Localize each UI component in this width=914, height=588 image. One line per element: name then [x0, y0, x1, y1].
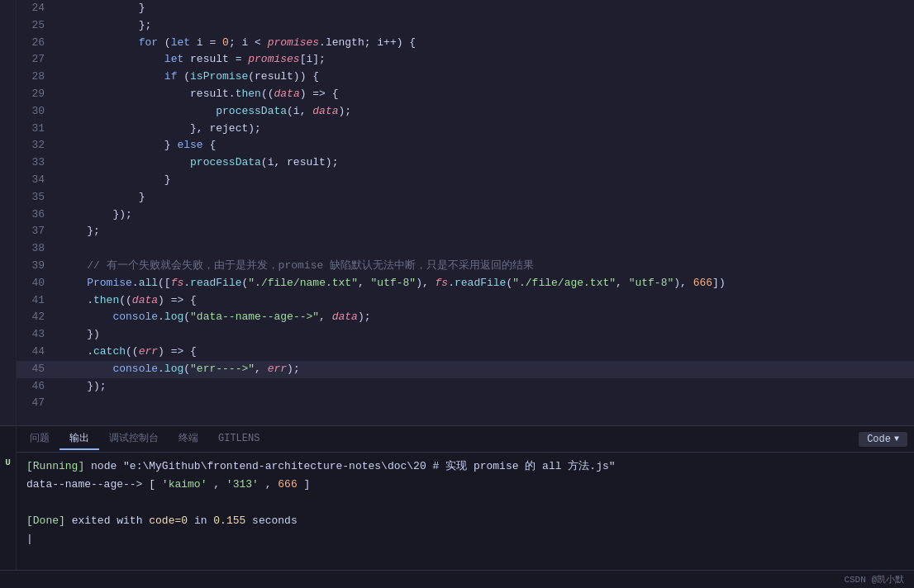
- line-number: 46: [17, 378, 58, 396]
- line-number: 40: [17, 275, 58, 292]
- table-row: 41 .then((data) => {: [17, 292, 914, 310]
- line-number: 32: [17, 137, 58, 154]
- line-number: 36: [17, 206, 58, 224]
- line-number: 42: [17, 309, 58, 326]
- table-row: 37 };: [17, 223, 914, 240]
- terminal-line-blank: [26, 494, 904, 512]
- table-row: 30 processData(i, data);: [17, 103, 914, 121]
- table-row: 32 } else {: [17, 137, 914, 154]
- left-gutter: [0, 0, 17, 425]
- line-content: // 有一个失败就会失败，由于是并发，promise 缺陷默认无法中断，只是不采…: [58, 258, 914, 275]
- tab-output[interactable]: 输出: [60, 428, 99, 450]
- table-row: 24 }: [17, 0, 914, 17]
- tab-terminal[interactable]: 终端: [169, 428, 208, 450]
- line-content: }, reject);: [58, 121, 914, 138]
- table-row: 25 };: [17, 17, 914, 35]
- panel-output[interactable]: [Running] node "e:\MyGithub\frontend-arc…: [17, 453, 914, 570]
- line-content: });: [58, 378, 914, 396]
- line-content: };: [58, 223, 914, 240]
- table-row: 26 for (let i = 0; i < promises.length; …: [17, 35, 914, 52]
- table-row: 36 });: [17, 206, 914, 224]
- line-number: 24: [17, 0, 58, 17]
- table-row: 38: [17, 240, 914, 258]
- u-indicator: U: [0, 425, 17, 570]
- line-number: 27: [17, 51, 58, 69]
- line-number: 28: [17, 69, 58, 86]
- tab-issues[interactable]: 问题: [20, 428, 60, 450]
- line-number: 31: [17, 121, 58, 138]
- tab-gitlens[interactable]: GITLENS: [208, 429, 269, 449]
- line-number: 25: [17, 17, 58, 35]
- line-content: let result = promises[i];: [58, 51, 914, 69]
- output-dropdown[interactable]: Code ▼: [859, 432, 907, 447]
- terminal-line-done: [Done] exited with code=0 in 0.155 secon…: [26, 512, 904, 530]
- line-content: [58, 395, 914, 412]
- tab-debug[interactable]: 调试控制台: [99, 428, 169, 450]
- brand-label: CSDN @凯小默: [844, 573, 904, 586]
- line-content: }: [58, 0, 914, 17]
- line-number: 43: [17, 326, 58, 344]
- line-number: 47: [17, 395, 58, 412]
- line-content: result.then((data) => {: [58, 86, 914, 103]
- status-bar: CSDN @凯小默: [0, 570, 914, 588]
- panel-tabs-bar: 问题 输出 调试控制台 终端 GITLENS Code ▼: [17, 426, 914, 453]
- line-number: 34: [17, 172, 58, 189]
- code-editor[interactable]: 24 }25 };26 for (let i = 0; i < promises…: [17, 0, 914, 425]
- chevron-down-icon: ▼: [894, 434, 899, 443]
- table-row: 39 // 有一个失败就会失败，由于是并发，promise 缺陷默认无法中断，只…: [17, 258, 914, 275]
- line-number: 33: [17, 154, 58, 172]
- line-number: 35: [17, 189, 58, 206]
- line-content: } else {: [58, 137, 914, 154]
- line-number: 45: [17, 361, 58, 378]
- line-number: 26: [17, 35, 58, 52]
- line-number: 37: [17, 223, 58, 240]
- table-row: 34 }: [17, 172, 914, 189]
- table-row: 31 }, reject);: [17, 121, 914, 138]
- table-row: 33 processData(i, result);: [17, 154, 914, 172]
- line-content: }: [58, 172, 914, 189]
- line-content: });: [58, 206, 914, 224]
- line-content: console.log("data--name--age-->", data);: [58, 309, 914, 326]
- table-row: 47: [17, 395, 914, 412]
- line-number: 29: [17, 86, 58, 103]
- table-row: 44 .catch((err) => {: [17, 344, 914, 361]
- line-content: };: [58, 17, 914, 35]
- table-row: 46 });: [17, 378, 914, 396]
- line-content: .catch((err) => {: [58, 344, 914, 361]
- table-row: 43 }): [17, 326, 914, 344]
- table-row: 35 }: [17, 189, 914, 206]
- line-content: console.log("err---->", err);: [58, 361, 914, 378]
- line-content: }): [58, 326, 914, 344]
- line-content: Promise.all([fs.readFile("./file/name.tx…: [58, 275, 914, 292]
- table-row: 27 let result = promises[i];: [17, 51, 914, 69]
- table-row: 45 console.log("err---->", err);: [17, 361, 914, 378]
- line-number: 38: [17, 240, 58, 258]
- line-content: }: [58, 189, 914, 206]
- table-row: 42 console.log("data--name--age-->", dat…: [17, 309, 914, 326]
- line-content: processData(i, result);: [58, 154, 914, 172]
- table-row: 28 if (isPromise(result)) {: [17, 69, 914, 86]
- line-content: for (let i = 0; i < promises.length; i++…: [58, 35, 914, 52]
- line-content: processData(i, data);: [58, 103, 914, 121]
- line-content: [58, 240, 914, 258]
- table-row: 40 Promise.all([fs.readFile("./file/name…: [17, 275, 914, 292]
- table-row: 29 result.then((data) => {: [17, 86, 914, 103]
- line-content: .then((data) => {: [58, 292, 914, 310]
- line-number: 44: [17, 344, 58, 361]
- terminal-line-2: data--name--age--> [ 'kaimo' , '313' , 6…: [26, 476, 904, 494]
- terminal-line-1: [Running] node "e:\MyGithub\frontend-arc…: [26, 458, 904, 476]
- line-number: 41: [17, 292, 58, 310]
- line-content: if (isPromise(result)) {: [58, 69, 914, 86]
- terminal-cursor-line: |: [26, 530, 904, 548]
- line-number: 30: [17, 103, 58, 121]
- line-number: 39: [17, 258, 58, 275]
